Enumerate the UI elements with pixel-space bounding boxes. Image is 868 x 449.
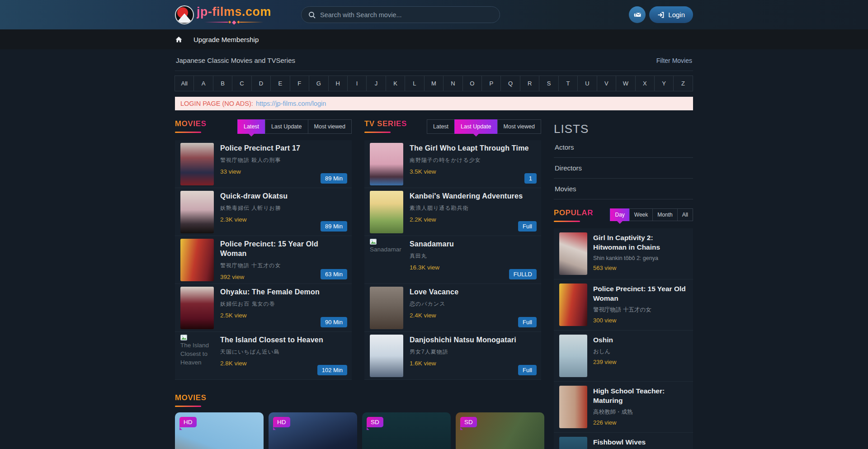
movie-poster	[180, 143, 214, 185]
movie-view-count: 33 view	[220, 168, 300, 175]
login-notice-banner: LOGIN PAGE (NO ADS):https://jp-films.com…	[175, 97, 693, 110]
alphabet-button[interactable]: G	[309, 76, 328, 91]
alphabet-button[interactable]: A	[193, 76, 213, 91]
movie-thumbnail[interactable]: HD	[269, 412, 357, 449]
episode-badge: Full	[518, 365, 537, 375]
duration-badge: 89 Min	[321, 221, 347, 232]
alphabet-button[interactable]: V	[597, 76, 616, 91]
alphabet-button[interactable]: F	[290, 76, 309, 91]
site-logo[interactable]: jp-films.com ◆◆◆	[175, 5, 271, 25]
movies-tabs: LatestLast UpdateMost viewed	[238, 119, 352, 134]
alphabet-button[interactable]: E	[270, 76, 290, 91]
filter-movies-link[interactable]: Filter Movies	[656, 57, 692, 64]
alphabet-button[interactable]: K	[386, 76, 405, 91]
tvseries-list-item[interactable]: Love Vacance 恋のバカンス 2.4K view Full	[364, 284, 541, 332]
lists-menu-item[interactable]: Movies	[554, 179, 693, 199]
popular-list-item[interactable]: Police Precinct: 15 Year Old Woman 警視庁物語…	[554, 279, 693, 331]
movies-bottom-section: MOVIES HD HD	[175, 393, 541, 449]
alphabet-button[interactable]: H	[328, 76, 348, 91]
search-bar[interactable]	[301, 6, 500, 23]
alphabet-filter: AllABCDEFGHIJKLMNOPQRSTUVWXYZ	[175, 76, 693, 91]
movie-list-item[interactable]: Police Precinct: 15 Year Old Woman 警視庁物語…	[175, 236, 352, 284]
popular-poster	[559, 437, 587, 449]
tvseries-subtitle: 男女7人夏物語	[410, 348, 516, 356]
tvseries-list-item[interactable]: The Girl Who Leapt Through Time 南野陽子の時をか…	[364, 140, 541, 188]
tvseries-title: Love Vacance	[410, 288, 458, 297]
alphabet-button[interactable]: N	[443, 76, 462, 91]
movie-list-item[interactable]: Police Precinct Part 17 警視庁物語 殺人の刑事 33 v…	[175, 140, 352, 188]
alphabet-button[interactable]: I	[347, 76, 367, 91]
alphabet-button[interactable]: Q	[500, 76, 520, 91]
alphabet-button[interactable]: O	[462, 76, 482, 91]
movie-subtitle: 警視庁物語 十五才の女	[220, 262, 346, 269]
movie-thumbnail[interactable]: SD	[362, 412, 451, 449]
popular-list-item[interactable]: Fishbowl Wives 金魚妻 187 view	[554, 433, 693, 449]
broken-image-alt: Sanadamar	[370, 239, 403, 253]
alphabet-button[interactable]: R	[520, 76, 539, 91]
login-button[interactable]: Login	[649, 6, 693, 23]
popular-item-title: Fishbowl Wives	[593, 438, 646, 447]
alphabet-button[interactable]: M	[424, 76, 443, 91]
quality-badge: HD	[179, 417, 197, 427]
tvseries-tab[interactable]: Last Update	[454, 119, 497, 134]
alphabet-button[interactable]: X	[635, 76, 655, 91]
contact-button[interactable]	[629, 6, 646, 23]
popular-tab[interactable]: All	[677, 208, 693, 221]
alphabet-button[interactable]: B	[213, 76, 232, 91]
popular-item-title: Girl In Captivity 2: Hitwoman in Chains	[593, 233, 688, 252]
tvseries-list-item[interactable]: Danjoshichi Natsu Monogatari 男女7人夏物語 1.6…	[364, 332, 541, 380]
alphabet-button[interactable]: U	[577, 76, 597, 91]
duration-badge: 63 Min	[321, 269, 347, 279]
alphabet-button[interactable]: All	[175, 76, 194, 91]
alphabet-button[interactable]: Y	[654, 76, 674, 91]
tvseries-tab[interactable]: Latest	[427, 119, 455, 134]
movie-subtitle: 妖艶毒婦伝 人斬りお勝	[220, 204, 288, 212]
alphabet-button[interactable]: Z	[673, 76, 693, 91]
popular-list-item[interactable]: Oshin おしん 239 view	[554, 331, 693, 382]
duration-badge: 90 Min	[321, 317, 347, 327]
movies-tab[interactable]: Most viewed	[308, 119, 352, 134]
lists-menu-item[interactable]: Actors	[554, 137, 693, 158]
broken-image-alt: The Island Closest to Heaven	[180, 335, 214, 366]
login-page-link[interactable]: https://jp-films.com/login	[256, 100, 326, 107]
movies-tab[interactable]: Last Update	[265, 119, 308, 134]
logo-fuji-icon	[175, 5, 194, 24]
movie-thumbnail[interactable]: SD	[456, 412, 544, 449]
popular-tab[interactable]: Week	[629, 208, 653, 221]
alphabet-button[interactable]: L	[405, 76, 424, 91]
nav-upgrade-membership[interactable]: Upgrade Membership	[193, 36, 259, 43]
movie-poster	[180, 191, 214, 233]
episode-badge: 1	[524, 173, 537, 184]
home-icon[interactable]	[175, 36, 183, 43]
alphabet-button[interactable]: J	[366, 76, 386, 91]
movie-thumbnail[interactable]: HD	[175, 412, 264, 449]
tvseries-title: The Girl Who Leapt Through Time	[410, 144, 529, 153]
tvseries-tab[interactable]: Most viewed	[497, 119, 541, 134]
tvseries-list-item[interactable]: Sanadamar Sanadamaru 真田丸 16.3K view FULL…	[364, 236, 541, 284]
alphabet-button[interactable]: S	[539, 76, 558, 91]
popular-poster	[559, 232, 587, 275]
popular-tab[interactable]: Month	[652, 208, 677, 221]
movie-list-item[interactable]: The Island Closest to Heaven The Island …	[175, 332, 352, 380]
popular-list-item[interactable]: Girl In Captivity 2: Hitwoman in Chains …	[554, 228, 693, 279]
popular-tab[interactable]: Day	[610, 208, 629, 221]
popular-title: POPULAR	[554, 208, 593, 217]
alphabet-button[interactable]: P	[481, 76, 501, 91]
movies-tab[interactable]: Latest	[237, 119, 265, 134]
alphabet-button[interactable]: D	[251, 76, 271, 91]
logo-text: jp-films.com	[197, 5, 271, 19]
movie-list-item[interactable]: Quick-draw Okatsu 妖艶毒婦伝 人斬りお勝 2.3K view …	[175, 188, 352, 236]
alphabet-button[interactable]: T	[558, 76, 578, 91]
popular-list-item[interactable]: High School Teacher: Maturing 高校教師・成熟 22…	[554, 382, 693, 433]
tvseries-tabs: LatestLast UpdateMost viewed	[427, 119, 541, 134]
alphabet-button[interactable]: W	[616, 76, 635, 91]
tvseries-poster	[370, 143, 403, 185]
alphabet-button[interactable]: C	[232, 76, 251, 91]
movie-list-item[interactable]: Ohyaku: The Female Demon 妖婦伝お百 鬼女の巻 2.5K…	[175, 284, 352, 332]
lists-menu-item[interactable]: Directors	[554, 158, 693, 179]
tvseries-list-item[interactable]: Kanbei's Wandering Adventures 素浪人罷り通る勘兵衛…	[364, 188, 541, 236]
movies-bottom-thumbs: HD HD SD SD	[175, 412, 541, 449]
search-input[interactable]	[320, 11, 493, 19]
search-icon	[308, 11, 316, 19]
movie-view-count: 2.5K view	[220, 312, 320, 319]
